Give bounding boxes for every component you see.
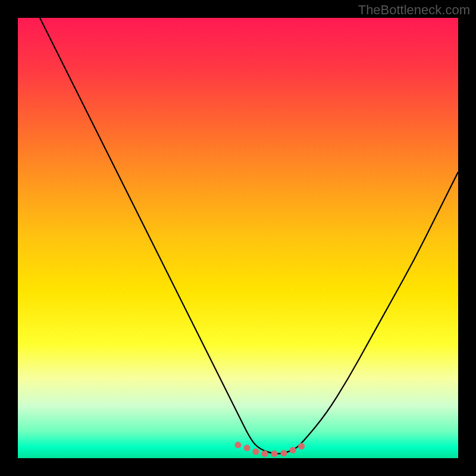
chart-svg	[18, 18, 458, 458]
chart-frame: TheBottleneck.com	[0, 0, 476, 476]
deviation-curve	[40, 18, 458, 454]
plot-area	[18, 18, 458, 458]
watermark-text: TheBottleneck.com	[358, 2, 470, 18]
